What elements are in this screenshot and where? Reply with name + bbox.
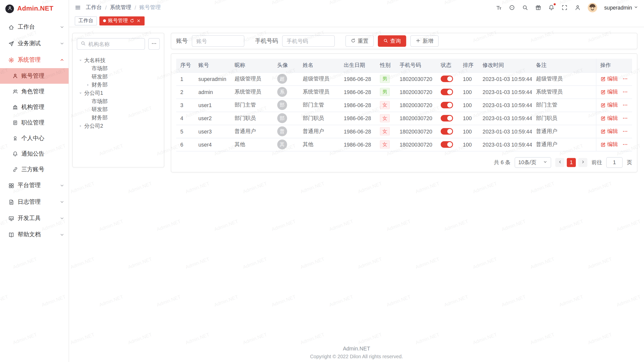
cell-phone: 18020030720 [395,125,436,138]
caret-right-icon[interactable] [86,83,90,87]
sidebar-item-dev-tools[interactable]: 开发工具 [0,210,69,227]
edit-icon [600,129,606,134]
table-row-superadmin: 1superadmin超级管理员超超级管理员1986-06-28男1802003… [176,72,632,85]
edit-label: 编辑 [607,75,618,82]
edit-button[interactable]: 编辑 [600,128,618,135]
edit-button[interactable]: 编辑 [600,115,618,122]
app-logo[interactable]: Admin.NET [0,0,69,17]
tree-node[interactable]: 分公司2 [77,122,160,130]
org-search-box[interactable] [77,38,145,50]
cell-remark: 部门职员 [532,112,596,125]
chevron-down-icon [543,159,547,165]
row-more-button[interactable] [622,89,628,95]
sidebar-subitem-position-mgmt[interactable]: 职位管理 [0,115,69,130]
status-toggle[interactable] [441,115,453,122]
row-more-button[interactable] [622,76,628,82]
edit-button[interactable]: 编辑 [600,141,618,148]
edit-button[interactable]: 编辑 [600,75,618,82]
breadcrumb: 工作台/系统管理/账号管理 [86,4,161,11]
sidebar-subitem-account-mgmt[interactable]: 账号管理 [0,68,69,84]
cell-name: 超级管理员 [299,72,340,85]
hamburger-icon[interactable] [75,4,81,10]
sidebar-subitem-role-mgmt[interactable]: 角色管理 [0,84,69,99]
chevron-down-icon [60,41,65,46]
add-button[interactable]: 新增 [410,35,439,47]
tree-node[interactable]: 财务部 [77,114,160,122]
caret-down-icon[interactable] [78,58,83,62]
cell-status [437,72,459,85]
phone-input[interactable] [282,35,335,47]
cell-name: 系统管理员 [299,85,340,99]
person-icon[interactable] [575,4,581,10]
edit-button[interactable]: 编辑 [600,88,618,96]
row-more-button[interactable] [622,128,628,134]
caret-down-icon[interactable] [78,91,83,95]
status-toggle[interactable] [441,76,453,82]
sidebar-subitem-notice[interactable]: 通知公告 [0,146,69,162]
menu-item-label: 系统管理 [18,56,56,64]
status-toggle[interactable] [441,89,453,95]
tree-node[interactable]: 市场部 [77,64,160,73]
header-actions: superadmin [496,3,638,12]
edit-icon [600,102,606,108]
sidebar-subitem-org-mgmt[interactable]: 机构管理 [0,99,69,115]
user-menu[interactable]: superadmin [604,4,638,10]
bell-icon[interactable] [548,4,554,10]
sidebar-item-workbench[interactable]: 工作台 [0,19,69,35]
more-icon [622,128,628,134]
sidebar-item-system-mgmt[interactable]: 系统管理 [0,52,69,68]
cell-status [437,85,459,99]
home-icon [8,24,14,30]
cell-nickname: 其他 [230,138,273,151]
cell-seq: 5 [176,125,194,138]
goto-page-input[interactable] [606,157,623,167]
tree-node[interactable]: 大名科技 [77,56,160,65]
cell-modified-time: 2023-01-03 10:59:44 [478,138,532,151]
prev-page-button[interactable] [555,158,564,167]
cell-name: 其他 [299,138,340,151]
tab-workbench[interactable]: 工作台 [75,16,97,25]
sidebar-item-business-test[interactable]: 业务测试 [0,35,69,52]
close-icon[interactable] [136,18,141,23]
current-page[interactable]: 1 [567,158,576,167]
cell-birthday: 1986-06-28 [340,99,376,112]
table-row-user1: 3user1部门主管部部门主管1986-06-28女18020030720100… [176,99,632,112]
tree-node[interactable]: 研发部 [77,73,160,81]
status-toggle[interactable] [441,128,453,135]
status-toggle[interactable] [441,102,453,108]
sidebar-subitem-third-party-account[interactable]: 三方账号 [0,162,69,177]
tree-node[interactable]: 研发部 [77,106,160,114]
target-icon[interactable] [509,4,515,10]
user-avatar[interactable] [588,3,597,12]
search-button[interactable]: 查询 [378,35,406,47]
sidebar-item-platform-mgmt[interactable]: 平台管理 [0,177,69,194]
account-input[interactable] [192,35,244,47]
sidebar-subitem-profile-center[interactable]: 个人中心 [0,130,69,146]
page-size-select[interactable]: 10条/页 [515,157,551,167]
caret-right-icon[interactable] [78,124,83,128]
status-toggle[interactable] [441,141,453,148]
tree-node-label: 财务部 [92,81,108,88]
chevron-down-icon [634,4,638,10]
row-more-button[interactable] [622,102,628,108]
gift-icon[interactable] [535,4,541,10]
sidebar-item-log-mgmt[interactable]: 日志管理 [0,194,69,210]
row-more-button[interactable] [622,115,628,121]
org-search-input[interactable] [88,41,141,47]
next-page-button[interactable] [578,158,587,167]
breadcrumb-item[interactable]: 工作台 [86,4,102,11]
tab-account-mgmt[interactable]: 账号管理 [99,16,145,25]
breadcrumb-item[interactable]: 系统管理 [110,4,131,11]
row-more-button[interactable] [622,142,628,147]
fontsize-icon[interactable] [496,4,502,10]
tree-node[interactable]: 市场部 [77,97,160,106]
reset-button[interactable]: 重置 [345,35,374,47]
fullscreen-icon[interactable] [561,4,568,10]
sidebar-item-help-docs[interactable]: 帮助文档 [0,227,69,243]
refresh-icon[interactable] [130,18,134,23]
tree-node[interactable]: 财务部 [77,81,160,89]
search-icon[interactable] [522,4,528,10]
edit-button[interactable]: 编辑 [600,101,618,109]
tree-more-button[interactable] [148,38,160,50]
tree-node[interactable]: 分公司1 [77,89,160,97]
